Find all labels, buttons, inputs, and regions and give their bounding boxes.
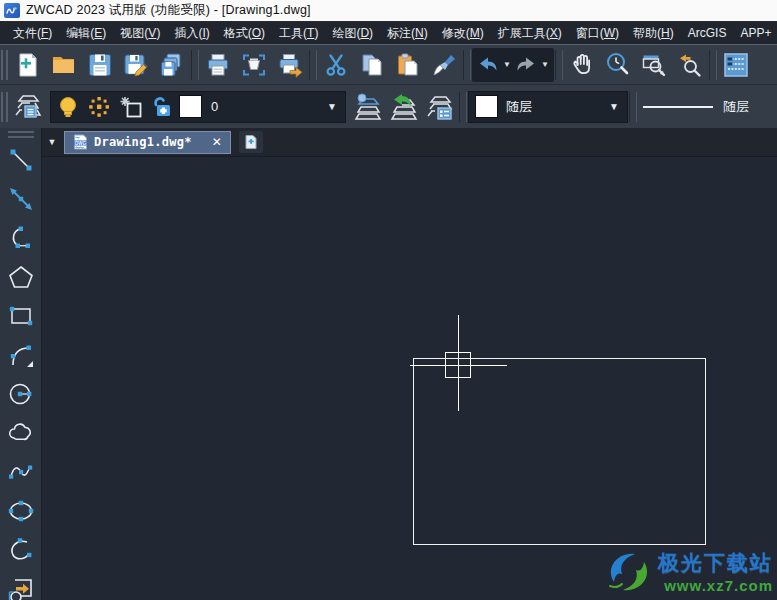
toolbar-grip[interactable] bbox=[1, 92, 8, 122]
color-control-combo[interactable]: 随层 ▼ bbox=[468, 91, 628, 123]
save-all-icon bbox=[159, 52, 185, 78]
menu-item-file[interactable]: 文件(F) bbox=[6, 22, 59, 45]
tab-list-dropdown-button[interactable]: ▼ bbox=[42, 131, 62, 153]
layer-dropdown-arrow[interactable]: ▼ bbox=[319, 101, 345, 112]
drawing-tabbar: ▼ DWG Drawing1.dwg* ✕ bbox=[42, 128, 777, 157]
arc-tool-button[interactable] bbox=[3, 218, 39, 257]
layer-color-swatch[interactable] bbox=[179, 95, 202, 118]
layer-freeze-sun-icon[interactable] bbox=[83, 95, 115, 119]
layers-toolbar: 0 ▼ bbox=[0, 84, 777, 128]
app-logo-icon bbox=[4, 3, 20, 18]
toolbar-separator bbox=[555, 50, 563, 80]
revision-cloud-icon bbox=[7, 419, 35, 447]
layer-control-combo[interactable]: 0 ▼ bbox=[50, 91, 346, 123]
open-folder-icon bbox=[51, 52, 77, 78]
layer-unlock-icon[interactable] bbox=[147, 95, 179, 119]
drawing-canvas[interactable]: 极光下载站 www.xz7.com bbox=[42, 157, 777, 600]
layer-viewport-freeze-icon[interactable] bbox=[115, 95, 147, 119]
rectangle-tool-button[interactable] bbox=[3, 296, 39, 335]
properties-palette-button[interactable] bbox=[718, 48, 754, 82]
toolbar-separator bbox=[459, 92, 467, 122]
cut-button[interactable] bbox=[318, 48, 354, 82]
undo-dropdown-arrow[interactable]: ▼ bbox=[501, 60, 513, 69]
menu-item-window[interactable]: 窗口(W) bbox=[569, 22, 626, 45]
print-icon bbox=[205, 52, 231, 78]
make-object-layer-current-button[interactable] bbox=[350, 90, 386, 124]
menu-item-insert[interactable]: 插入(I) bbox=[167, 22, 216, 45]
save-all-button[interactable] bbox=[154, 48, 190, 82]
linetype-control-combo[interactable]: 随层 bbox=[638, 91, 776, 123]
circle-icon bbox=[7, 380, 35, 408]
save-button[interactable] bbox=[82, 48, 118, 82]
redo-button[interactable] bbox=[513, 48, 539, 82]
toolbar-separator bbox=[709, 50, 717, 80]
arc-flyout-icon bbox=[7, 341, 35, 369]
pan-button[interactable] bbox=[564, 48, 600, 82]
layer-previous-icon bbox=[389, 92, 419, 122]
dwg-file-icon: DWG bbox=[73, 134, 88, 150]
redo-icon bbox=[515, 54, 537, 76]
linetype-sample-icon bbox=[643, 105, 713, 109]
redo-dropdown-arrow[interactable]: ▼ bbox=[539, 60, 551, 69]
menu-item-express[interactable]: 扩展工具(X) bbox=[491, 22, 569, 45]
save-as-button[interactable] bbox=[118, 48, 154, 82]
zoom-window-button[interactable] bbox=[636, 48, 672, 82]
undo-button[interactable] bbox=[475, 48, 501, 82]
menu-item-app-plus[interactable]: APP+ bbox=[733, 23, 777, 43]
zoom-realtime-button[interactable] bbox=[600, 48, 636, 82]
cut-scissors-icon bbox=[323, 52, 349, 78]
open-button[interactable] bbox=[46, 48, 82, 82]
toolbar-grip[interactable] bbox=[8, 131, 34, 138]
zoom-previous-button[interactable] bbox=[672, 48, 708, 82]
copy-button[interactable] bbox=[354, 48, 390, 82]
toolbar-separator bbox=[309, 50, 317, 80]
format-painter-button[interactable] bbox=[426, 48, 462, 82]
watermark-site-url: www.xz7.com bbox=[664, 577, 773, 594]
ellipse-tool-button[interactable] bbox=[3, 491, 39, 530]
layer-states-manager-button[interactable] bbox=[422, 90, 458, 124]
menu-item-tools[interactable]: 工具(T) bbox=[272, 22, 325, 45]
menu-item-view[interactable]: 视图(V) bbox=[113, 22, 167, 45]
plot-export-icon bbox=[277, 52, 303, 78]
drawn-rectangle-entity[interactable] bbox=[413, 358, 706, 545]
plot-export-button[interactable] bbox=[272, 48, 308, 82]
undo-icon bbox=[477, 54, 499, 76]
construction-line-tool-button[interactable] bbox=[3, 179, 39, 218]
ellipse-arc-tool-button[interactable] bbox=[3, 530, 39, 569]
menu-item-format[interactable]: 格式(O) bbox=[217, 22, 272, 45]
layer-previous-button[interactable] bbox=[386, 90, 422, 124]
save-icon bbox=[87, 52, 113, 78]
insert-block-tool-button[interactable] bbox=[3, 569, 39, 600]
line-icon bbox=[7, 146, 35, 174]
color-dropdown-arrow[interactable]: ▼ bbox=[601, 101, 627, 112]
arc-flyout-tool-button[interactable] bbox=[3, 335, 39, 374]
spline-tool-button[interactable] bbox=[3, 452, 39, 491]
paste-button[interactable] bbox=[390, 48, 426, 82]
menu-item-draw[interactable]: 绘图(D) bbox=[325, 22, 380, 45]
print-button[interactable] bbox=[200, 48, 236, 82]
tab-close-button[interactable]: ✕ bbox=[198, 135, 222, 149]
layer-properties-manager-button[interactable] bbox=[10, 90, 46, 124]
format-painter-icon bbox=[431, 52, 457, 78]
menu-item-edit[interactable]: 编辑(E) bbox=[59, 22, 113, 45]
color-value: 随层 bbox=[506, 98, 532, 116]
watermark: 极光下载站 www.xz7.com bbox=[604, 546, 773, 596]
layer-on-bulb-icon[interactable] bbox=[51, 95, 83, 119]
polygon-tool-button[interactable] bbox=[3, 257, 39, 296]
toolbar-grip[interactable] bbox=[1, 50, 8, 80]
menu-item-help[interactable]: 帮助(H) bbox=[626, 22, 681, 45]
new-drawing-button[interactable] bbox=[10, 48, 46, 82]
undo-redo-group: ▼ ▼ bbox=[472, 48, 554, 82]
new-tab-button[interactable] bbox=[239, 131, 263, 153]
menu-item-arcgis[interactable]: ArcGIS bbox=[681, 23, 734, 43]
ellipse-arc-icon bbox=[7, 536, 35, 564]
circle-tool-button[interactable] bbox=[3, 374, 39, 413]
line-tool-button[interactable] bbox=[3, 140, 39, 179]
menu-item-modify[interactable]: 修改(M) bbox=[435, 22, 491, 45]
zwcad-window: ZWCAD 2023 试用版 (功能受限) - [Drawing1.dwg] 文… bbox=[0, 0, 777, 600]
menu-item-dimension[interactable]: 标注(N) bbox=[380, 22, 435, 45]
print-preview-button[interactable] bbox=[236, 48, 272, 82]
revision-cloud-tool-button[interactable] bbox=[3, 413, 39, 452]
pan-hand-icon bbox=[569, 52, 595, 78]
tab-drawing1[interactable]: DWG Drawing1.dwg* ✕ bbox=[64, 131, 231, 154]
